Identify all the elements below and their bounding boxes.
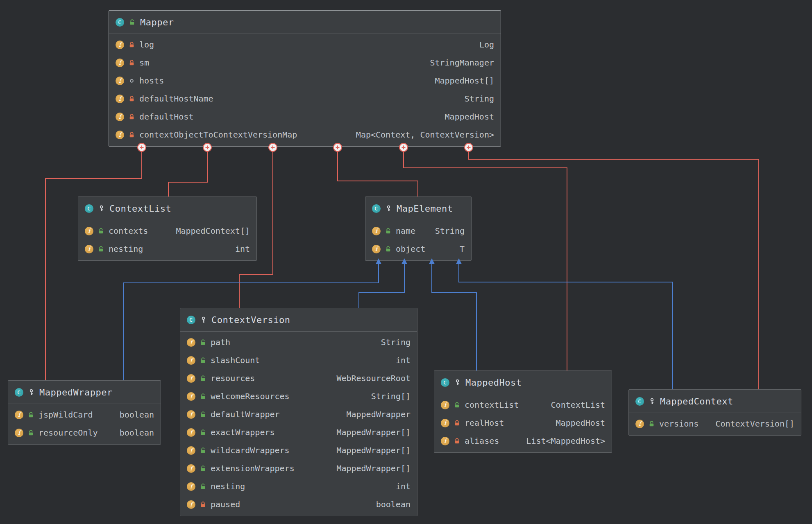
field-row[interactable]: fjspWildCardboolean: [8, 406, 161, 424]
field-name: aliases: [465, 436, 499, 446]
protected-key-icon: [649, 398, 655, 405]
class-node-mappedwrapper[interactable]: CMappedWrapperfjspWildCardbooleanfresour…: [8, 380, 161, 445]
field-list: fcontextListContextListfrealHostMappedHo…: [434, 394, 612, 452]
field-name: contextList: [465, 400, 519, 410]
field-row[interactable]: fnameString: [365, 222, 471, 240]
class-node-mapper[interactable]: CMapperflogLogfsmStringManagerfhostsMapp…: [109, 10, 501, 147]
field-row[interactable]: fsmStringManager: [109, 54, 501, 72]
dependency-edge-mapper-to-mappedcontext: [469, 145, 759, 389]
field-row[interactable]: fcontextsMappedContext[]: [78, 222, 256, 240]
protected-key-icon: [385, 205, 392, 212]
field-list: flogLogfsmStringManagerfhostsMappedHost[…: [109, 34, 501, 146]
field-row[interactable]: fcontextObjectToContextVersionMapMap<Con…: [109, 126, 501, 144]
private-lock-icon: [128, 41, 135, 48]
private-lock-icon: [454, 438, 460, 445]
field-type: ContextVersion[]: [705, 419, 794, 429]
public-lock-icon: [385, 246, 392, 253]
class-header[interactable]: CMappedHost: [434, 371, 612, 394]
field-row[interactable]: fwelcomeResourcesString[]: [180, 387, 417, 405]
class-title: MapElement: [397, 203, 453, 214]
field-row[interactable]: fslashCountint: [180, 351, 417, 369]
private-lock-icon: [128, 95, 135, 102]
field-name: contextObjectToContextVersionMap: [139, 130, 297, 140]
field-row[interactable]: frealHostMappedHost: [434, 414, 612, 432]
public-lock-icon: [27, 429, 34, 436]
class-header[interactable]: CMapper: [109, 11, 501, 34]
field-row[interactable]: fdefaultWrapperMappedWrapper: [180, 405, 417, 423]
field-name: welcomeResources: [211, 391, 290, 401]
field-list: fjspWildCardbooleanfresourceOnlyboolean: [8, 404, 161, 444]
field-type: MappedWrapper[]: [327, 427, 411, 437]
protected-key-icon: [454, 379, 461, 386]
class-header[interactable]: CMapElement: [365, 197, 471, 220]
class-node-mappedcontext[interactable]: CMappedContextfversionsContextVersion[]: [628, 389, 801, 436]
dependency-edge-mapper-to-mappedwrapper: [45, 145, 142, 380]
field-name: versions: [659, 419, 699, 429]
field-row[interactable]: fwildcardWrappersMappedWrapper[]: [180, 441, 417, 459]
field-name: object: [396, 244, 425, 254]
class-header[interactable]: CContextVersion: [180, 308, 417, 332]
field-name: resources: [211, 373, 255, 383]
field-row[interactable]: faliasesList<MappedHost>: [434, 432, 612, 450]
inheritance-edge-contextversion-to-mapelement: [359, 259, 404, 308]
class-header[interactable]: CContextList: [78, 197, 256, 220]
class-title: ContextList: [109, 203, 171, 214]
field-icon: f: [187, 500, 195, 509]
field-type: StringManager: [420, 58, 494, 68]
field-row[interactable]: fdefaultHostNameString: [109, 90, 501, 108]
class-title: ContextVersion: [211, 315, 290, 325]
field-row[interactable]: fresourceOnlyboolean: [8, 424, 161, 442]
public-lock-icon: [200, 483, 206, 490]
protected-key-icon: [28, 389, 35, 396]
field-icon: f: [116, 59, 124, 67]
field-row[interactable]: fextensionWrappersMappedWrapper[]: [180, 459, 417, 477]
class-icon: C: [441, 378, 449, 387]
field-icon: f: [187, 410, 195, 419]
class-header[interactable]: CMappedWrapper: [8, 381, 161, 404]
field-row[interactable]: fexactWrappersMappedWrapper[]: [180, 423, 417, 441]
public-lock-icon: [200, 339, 206, 346]
class-node-mapelement[interactable]: CMapElementfnameStringfobjectT: [365, 196, 472, 261]
field-icon: f: [372, 227, 381, 235]
field-type: MappedWrapper[]: [327, 463, 411, 473]
field-list: fpathStringfslashCountintfresourcesWebRe…: [180, 332, 417, 516]
diagram-canvas[interactable]: CMapperflogLogfsmStringManagerfhostsMapp…: [0, 0, 812, 524]
field-row[interactable]: fcontextListContextList: [434, 396, 612, 414]
field-list: fversionsContextVersion[]: [629, 413, 801, 435]
public-lock-icon: [200, 393, 206, 400]
class-node-contextlist[interactable]: CContextListfcontextsMappedContext[]fnes…: [78, 196, 257, 261]
field-type: String: [371, 337, 411, 347]
field-icon: f: [116, 77, 124, 85]
field-name: defaultWrapper: [211, 409, 280, 419]
field-row[interactable]: fpathString: [180, 333, 417, 351]
public-lock-icon: [385, 228, 392, 235]
field-row[interactable]: fobjectT: [365, 240, 471, 258]
field-type: List<MappedHost>: [516, 436, 605, 446]
field-icon: f: [441, 401, 449, 409]
field-row[interactable]: fpausedboolean: [180, 495, 417, 513]
class-icon: C: [15, 388, 23, 397]
field-row[interactable]: fresourcesWebResourceRoot: [180, 369, 417, 387]
class-node-mappedhost[interactable]: CMappedHostfcontextListContextListfrealH…: [434, 370, 612, 453]
inheritance-edge-mappedcontext-to-mapelement: [459, 259, 673, 389]
field-row[interactable]: fversionsContextVersion[]: [629, 415, 801, 433]
field-name: extensionWrappers: [211, 463, 295, 473]
field-icon: f: [85, 245, 93, 253]
field-row[interactable]: flogLog: [109, 36, 501, 54]
field-list: fnameStringfobjectT: [365, 220, 471, 260]
field-type: WebResourceRoot: [327, 373, 411, 383]
field-icon: f: [187, 356, 195, 365]
field-icon: f: [635, 420, 644, 428]
field-icon: f: [187, 464, 195, 473]
field-name: realHost: [465, 418, 504, 428]
protected-key-icon: [98, 205, 105, 212]
field-row[interactable]: fhostsMappedHost[]: [109, 72, 501, 90]
class-header[interactable]: CMappedContext: [629, 390, 801, 413]
package-local-icon: [128, 77, 135, 84]
class-node-contextversion[interactable]: CContextVersionfpathStringfslashCountint…: [180, 308, 417, 516]
field-row[interactable]: fnestingint: [78, 240, 256, 258]
field-row[interactable]: fdefaultHostMappedHost: [109, 108, 501, 126]
public-lock-icon: [648, 420, 655, 427]
field-row[interactable]: fnestingint: [180, 477, 417, 495]
public-lock-icon: [129, 19, 136, 26]
